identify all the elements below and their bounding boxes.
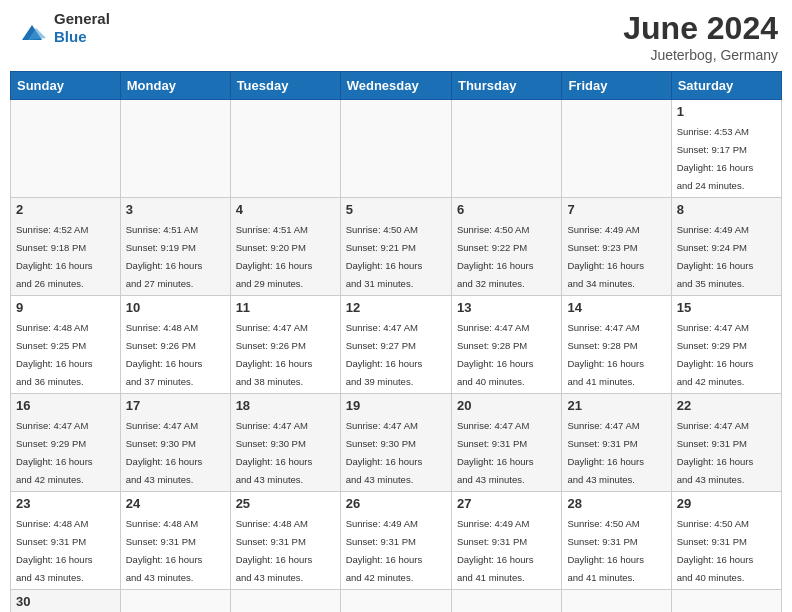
day-15: 15 Sunrise: 4:47 AMSunset: 9:29 PMDaylig…: [671, 296, 781, 394]
day-25: 25 Sunrise: 4:48 AMSunset: 9:31 PMDaylig…: [230, 492, 340, 590]
day-23: 23 Sunrise: 4:48 AMSunset: 9:31 PMDaylig…: [11, 492, 121, 590]
day-20: 20 Sunrise: 4:47 AMSunset: 9:31 PMDaylig…: [451, 394, 561, 492]
day-24: 24 Sunrise: 4:48 AMSunset: 9:31 PMDaylig…: [120, 492, 230, 590]
header-thursday: Thursday: [451, 72, 561, 100]
day-11: 11 Sunrise: 4:47 AMSunset: 9:26 PMDaylig…: [230, 296, 340, 394]
day-14: 14 Sunrise: 4:47 AMSunset: 9:28 PMDaylig…: [562, 296, 671, 394]
empty-cell: [230, 590, 340, 613]
day-2: 2 Sunrise: 4:52 AMSunset: 9:18 PMDayligh…: [11, 198, 121, 296]
day-3: 3 Sunrise: 4:51 AMSunset: 9:19 PMDayligh…: [120, 198, 230, 296]
header-monday: Monday: [120, 72, 230, 100]
day-22: 22 Sunrise: 4:47 AMSunset: 9:31 PMDaylig…: [671, 394, 781, 492]
calendar-row-5: 23 Sunrise: 4:48 AMSunset: 9:31 PMDaylig…: [11, 492, 782, 590]
calendar-row-1: 1 Sunrise: 4:53 AMSunset: 9:17 PMDayligh…: [11, 100, 782, 198]
location-subtitle: Jueterbog, Germany: [623, 47, 778, 63]
day-30: 30 Sunrise: 4:51 AMSunset: 9:31 PMDaylig…: [11, 590, 121, 613]
header-tuesday: Tuesday: [230, 72, 340, 100]
empty-cell: [120, 100, 230, 198]
calendar-row-3: 9 Sunrise: 4:48 AMSunset: 9:25 PMDayligh…: [11, 296, 782, 394]
day-21: 21 Sunrise: 4:47 AMSunset: 9:31 PMDaylig…: [562, 394, 671, 492]
calendar-row-6: 30 Sunrise: 4:51 AMSunset: 9:31 PMDaylig…: [11, 590, 782, 613]
day-18: 18 Sunrise: 4:47 AMSunset: 9:30 PMDaylig…: [230, 394, 340, 492]
day-13: 13 Sunrise: 4:47 AMSunset: 9:28 PMDaylig…: [451, 296, 561, 394]
empty-cell: [562, 100, 671, 198]
day-17: 17 Sunrise: 4:47 AMSunset: 9:30 PMDaylig…: [120, 394, 230, 492]
day-26: 26 Sunrise: 4:49 AMSunset: 9:31 PMDaylig…: [340, 492, 451, 590]
day-12: 12 Sunrise: 4:47 AMSunset: 9:27 PMDaylig…: [340, 296, 451, 394]
empty-cell: [340, 100, 451, 198]
day-10: 10 Sunrise: 4:48 AMSunset: 9:26 PMDaylig…: [120, 296, 230, 394]
empty-cell: [120, 590, 230, 613]
day-19: 19 Sunrise: 4:47 AMSunset: 9:30 PMDaylig…: [340, 394, 451, 492]
empty-cell: [11, 100, 121, 198]
calendar-row-2: 2 Sunrise: 4:52 AMSunset: 9:18 PMDayligh…: [11, 198, 782, 296]
logo-icon: [14, 10, 50, 46]
day-6: 6 Sunrise: 4:50 AMSunset: 9:22 PMDayligh…: [451, 198, 561, 296]
empty-cell: [230, 100, 340, 198]
empty-cell: [340, 590, 451, 613]
day-4: 4 Sunrise: 4:51 AMSunset: 9:20 PMDayligh…: [230, 198, 340, 296]
day-16: 16 Sunrise: 4:47 AMSunset: 9:29 PMDaylig…: [11, 394, 121, 492]
header-sunday: Sunday: [11, 72, 121, 100]
day-27: 27 Sunrise: 4:49 AMSunset: 9:31 PMDaylig…: [451, 492, 561, 590]
day-8: 8 Sunrise: 4:49 AMSunset: 9:24 PMDayligh…: [671, 198, 781, 296]
empty-cell: [671, 590, 781, 613]
title-section: June 2024 Jueterbog, Germany: [623, 10, 778, 63]
day-9: 9 Sunrise: 4:48 AMSunset: 9:25 PMDayligh…: [11, 296, 121, 394]
day-29: 29 Sunrise: 4:50 AMSunset: 9:31 PMDaylig…: [671, 492, 781, 590]
day-1: 1 Sunrise: 4:53 AMSunset: 9:17 PMDayligh…: [671, 100, 781, 198]
header-saturday: Saturday: [671, 72, 781, 100]
header: General Blue June 2024 Jueterbog, German…: [10, 10, 782, 63]
header-friday: Friday: [562, 72, 671, 100]
calendar-table: Sunday Monday Tuesday Wednesday Thursday…: [10, 71, 782, 612]
day-7: 7 Sunrise: 4:49 AMSunset: 9:23 PMDayligh…: [562, 198, 671, 296]
month-title: June 2024: [623, 10, 778, 47]
empty-cell: [451, 100, 561, 198]
day-28: 28 Sunrise: 4:50 AMSunset: 9:31 PMDaylig…: [562, 492, 671, 590]
empty-cell: [562, 590, 671, 613]
day-5: 5 Sunrise: 4:50 AMSunset: 9:21 PMDayligh…: [340, 198, 451, 296]
header-wednesday: Wednesday: [340, 72, 451, 100]
calendar-row-4: 16 Sunrise: 4:47 AMSunset: 9:29 PMDaylig…: [11, 394, 782, 492]
empty-cell: [451, 590, 561, 613]
logo: General Blue: [14, 10, 110, 46]
